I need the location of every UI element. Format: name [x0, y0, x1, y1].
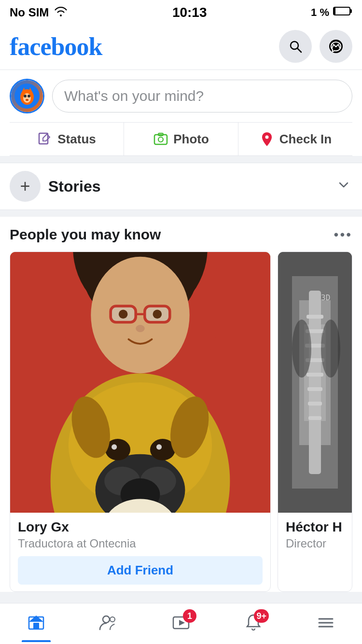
svg-point-16: [158, 137, 163, 142]
edit-icon: [37, 131, 53, 147]
svg-point-13: [26, 99, 28, 101]
facebook-logo: facebook: [10, 32, 102, 61]
checkin-label: Check In: [279, 132, 332, 147]
avatar-icon: [14, 84, 40, 109]
search-icon: [288, 39, 303, 54]
photo-icon: [153, 131, 168, 147]
svg-point-65: [110, 617, 115, 622]
svg-rect-58: [308, 416, 321, 420]
nav-watch[interactable]: 1: [162, 610, 200, 635]
svg-point-31: [153, 309, 162, 319]
svg-point-60: [321, 320, 340, 378]
section-separator: [0, 210, 362, 217]
svg-point-41: [111, 444, 117, 449]
svg-point-30: [119, 309, 128, 319]
person-subtitle-2: Director: [286, 537, 344, 550]
stories-left: + Stories: [10, 171, 100, 202]
person-name-1: Lory Gx: [18, 519, 263, 535]
stories-label: Stories: [48, 178, 100, 196]
svg-rect-0: [334, 7, 350, 15]
post-box-inner: What's on your mind?: [10, 79, 352, 123]
svg-point-59: [292, 320, 311, 378]
status-right: 1 %: [311, 6, 352, 19]
photo-button[interactable]: Photo: [124, 123, 238, 155]
nav-home[interactable]: [17, 610, 56, 635]
messenger-button[interactable]: [320, 30, 352, 63]
people-cards: Lory Gx Traductora at Ontecnia Add Frien…: [10, 252, 352, 592]
search-button[interactable]: [279, 30, 312, 63]
user-avatar: [10, 79, 44, 113]
wifi-icon: [54, 6, 68, 19]
photo-label: Photo: [173, 132, 209, 147]
person-card-2: 3D Héctor H Director: [278, 252, 352, 592]
svg-rect-51: [306, 315, 323, 319]
svg-point-64: [103, 616, 110, 623]
post-box: What's on your mind? Status Photo Check …: [0, 70, 362, 156]
svg-rect-2: [334, 8, 335, 14]
person-photo-1: [10, 252, 270, 513]
notifications-badge: 9+: [254, 609, 269, 623]
svg-point-10: [23, 93, 31, 103]
people-section: People you may know •••: [0, 217, 362, 592]
more-options-dots: •••: [334, 227, 352, 242]
nav-notifications[interactable]: 9+: [234, 610, 273, 635]
app-header: facebook: [0, 23, 362, 70]
nav-friends[interactable]: [89, 610, 128, 635]
home-active-indicator: [22, 640, 51, 642]
post-input[interactable]: What's on your mind?: [52, 80, 352, 112]
svg-point-18: [265, 136, 268, 139]
battery-text: 1 %: [311, 6, 329, 19]
svg-line-4: [297, 48, 301, 52]
svg-rect-57: [308, 402, 322, 406]
bottom-nav: 1 9+: [0, 603, 362, 644]
person-photo-2: 3D: [278, 252, 352, 513]
person-card-1: Lory Gx Traductora at Ontecnia Add Frien…: [10, 252, 271, 592]
person-subtitle-1: Traductora at Ontecnia: [18, 537, 263, 550]
svg-point-12: [28, 95, 30, 98]
people-title: People you may know: [10, 226, 161, 243]
menu-icon: [316, 613, 335, 632]
header-icons: [279, 30, 352, 63]
svg-rect-56: [307, 387, 322, 391]
svg-text:3D: 3D: [321, 293, 330, 302]
person-info-2: Héctor H Director: [278, 513, 352, 550]
svg-point-42: [156, 444, 162, 449]
svg-rect-55: [306, 373, 323, 377]
messenger-icon: [328, 38, 344, 55]
nav-menu[interactable]: [306, 610, 345, 635]
status-button[interactable]: Status: [10, 123, 124, 155]
svg-point-11: [24, 95, 27, 98]
checkin-button[interactable]: Check In: [238, 123, 352, 155]
battery-icon: [333, 6, 352, 19]
post-actions: Status Photo Check In: [10, 123, 352, 156]
status-label: Status: [57, 132, 96, 147]
time-display: 10:13: [172, 5, 207, 20]
location-icon: [259, 131, 275, 147]
friends-icon: [99, 613, 118, 632]
svg-point-32: [136, 325, 145, 332]
svg-rect-63: [33, 623, 39, 629]
status-bar: No SIM 10:13 1 %: [0, 0, 362, 23]
status-left: No SIM: [10, 6, 68, 19]
svg-rect-1: [350, 9, 352, 13]
chevron-down-icon: [335, 181, 352, 196]
more-options-button[interactable]: •••: [334, 227, 352, 242]
carrier-text: No SIM: [10, 6, 49, 19]
people-header: People you may know •••: [10, 226, 352, 243]
add-friend-button-1[interactable]: Add Friend: [18, 556, 263, 585]
stories-chevron-button[interactable]: [335, 176, 352, 197]
home-icon: [27, 613, 46, 632]
person-info-1: Lory Gx Traductora at Ontecnia Add Frien…: [10, 513, 270, 585]
person-name-2: Héctor H: [286, 519, 344, 535]
watch-badge: 1: [183, 609, 196, 623]
stories-section: + Stories: [0, 163, 362, 210]
svg-marker-67: [179, 620, 185, 626]
add-story-button[interactable]: +: [10, 171, 41, 202]
